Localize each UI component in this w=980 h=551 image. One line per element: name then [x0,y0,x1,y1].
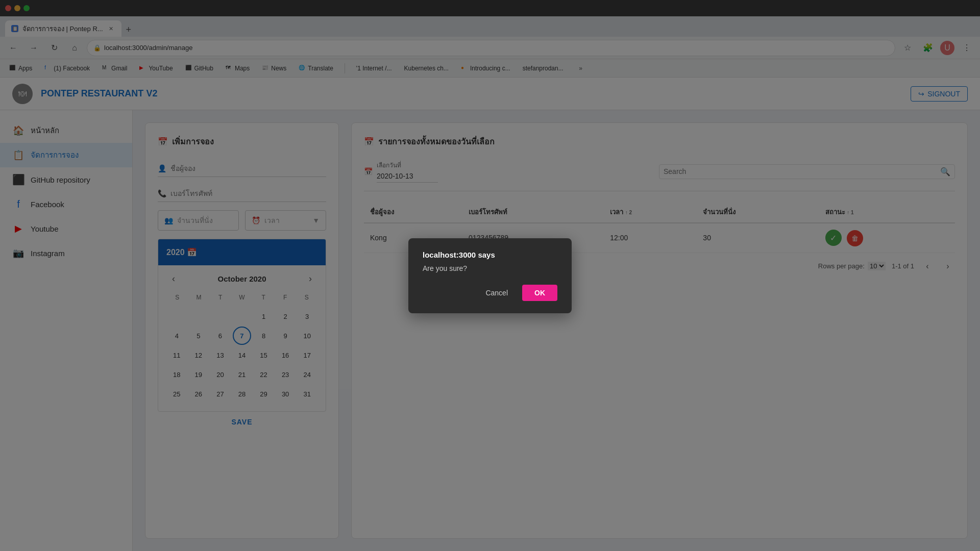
dialog-title: localhost:3000 says [423,251,557,259]
dialog-box: localhost:3000 says Are you sure? Cancel… [408,238,572,313]
dialog-overlay: localhost:3000 says Are you sure? Cancel… [0,0,980,551]
dialog-ok-button[interactable]: OK [522,285,557,301]
dialog-cancel-button[interactable]: Cancel [477,285,516,301]
dialog-message: Are you sure? [423,264,557,272]
dialog-actions: Cancel OK [423,285,557,301]
